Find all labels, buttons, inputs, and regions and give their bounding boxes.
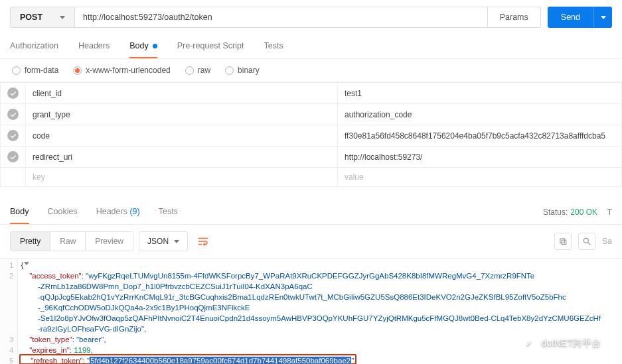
json-line: -ZRmLb1za86DW8Pmn_Dop7_h1l0PfrbvzcbCEZCS…	[21, 281, 619, 292]
table-row: client_id test1	[1, 83, 622, 104]
radio-binary-label: binary	[238, 66, 260, 75]
param-value[interactable]: test1	[338, 83, 622, 104]
chevron-down-icon	[174, 240, 179, 243]
check-icon[interactable]	[7, 151, 19, 162]
json-line-highlighted: "refresh_token": "5fd4b127f2634400b560e1…	[19, 354, 356, 364]
http-method-select[interactable]: POST	[10, 7, 75, 28]
send-dropdown-button[interactable]	[593, 7, 612, 28]
http-method-value: POST	[20, 13, 42, 22]
view-preview-button[interactable]: Preview	[86, 232, 133, 251]
json-line: "access_token": "wyFKgzRqeLTUMvgUn8155m-…	[21, 271, 619, 281]
svg-rect-0	[560, 239, 564, 243]
chevron-down-icon	[601, 16, 606, 19]
param-key[interactable]: redirect_uri	[26, 147, 338, 168]
check-icon[interactable]	[7, 88, 19, 99]
tab-tests[interactable]: Tests	[264, 34, 283, 58]
resp-headers-count: (9)	[129, 207, 139, 216]
body-params-table: client_id test1 grant_type authorization…	[0, 82, 622, 187]
radio-icon	[73, 66, 82, 75]
radio-icon	[225, 66, 234, 75]
tab-headers[interactable]: Headers	[78, 34, 110, 58]
resp-tab-body[interactable]: Body	[10, 200, 29, 224]
tab-authorization[interactable]: Authorization	[10, 34, 58, 58]
json-line: -ra9zIGyLOFhsaFVG-dIGnZijo",	[21, 324, 619, 334]
check-icon[interactable]	[7, 109, 19, 120]
radio-urlencoded[interactable]: x-www-form-urlencoded	[73, 66, 170, 75]
param-value[interactable]: authorization_code	[338, 104, 622, 125]
param-value-placeholder[interactable]: value	[338, 168, 622, 187]
format-select[interactable]: JSON	[139, 231, 188, 251]
param-value[interactable]: http://localhost:59273/	[338, 147, 622, 168]
time-abbrev: T	[607, 208, 612, 217]
send-button[interactable]: Send	[548, 7, 593, 28]
param-key-placeholder[interactable]: key	[26, 168, 338, 187]
view-pretty-button[interactable]: Pretty	[11, 232, 50, 251]
json-line: -Se1I2o8pYJvOfw3fOaqp5zQAFhPItNvnoiC2T4E…	[21, 313, 619, 324]
tab-prerequest[interactable]: Pre-request Script	[177, 34, 244, 58]
param-value[interactable]: ff30e81a56fd458c8648f1756204e4ba05f7b9c5…	[338, 125, 622, 147]
chevron-down-icon	[60, 16, 65, 19]
view-mode-segment: Pretty Raw Preview	[10, 231, 133, 251]
resp-tab-headers[interactable]: Headers (9)	[96, 200, 140, 224]
save-response-label[interactable]: Sa	[602, 237, 612, 246]
param-key[interactable]: grant_type	[26, 104, 338, 125]
wrap-lines-icon[interactable]	[193, 231, 213, 251]
params-button[interactable]: Params	[488, 7, 541, 28]
watermark-text: dotNET跨平台	[542, 337, 601, 349]
watermark: ✓ dotNET跨平台	[522, 336, 601, 351]
selected-text: 5fd4b127f2634400b560e18a9759ac00fc674d1d…	[90, 357, 351, 364]
radio-form-data[interactable]: form-data	[12, 66, 58, 75]
radio-raw[interactable]: raw	[185, 66, 210, 75]
radio-icon	[185, 66, 194, 75]
table-row-new: key value	[1, 168, 622, 187]
line-gutter: 1 2 3 4 5	[0, 259, 18, 364]
svg-rect-1	[562, 240, 566, 244]
view-raw-button[interactable]: Raw	[50, 232, 86, 251]
wechat-icon: ✓	[522, 336, 536, 351]
radio-raw-label: raw	[198, 66, 210, 75]
check-icon[interactable]	[7, 130, 19, 141]
resp-tab-tests[interactable]: Tests	[159, 200, 178, 224]
table-row: redirect_uri http://localhost:59273/	[1, 147, 622, 168]
param-key[interactable]: client_id	[26, 83, 338, 104]
json-line: -qQJpJcg5Ekab2hQ1vYzRrrKnCMqL91r_3tcBGCu…	[21, 292, 619, 302]
copy-icon[interactable]	[554, 233, 572, 250]
search-icon[interactable]	[578, 233, 595, 250]
radio-urlencoded-label: x-www-form-urlencoded	[86, 66, 170, 75]
response-status: Status: 200 OK T	[543, 208, 612, 217]
table-row: grant_type authorization_code	[1, 104, 622, 125]
resp-tab-headers-label: Headers	[96, 207, 127, 216]
resp-tab-cookies[interactable]: Cookies	[48, 200, 78, 224]
radio-icon	[12, 66, 21, 75]
param-key[interactable]: code	[26, 125, 338, 147]
tab-body-label: Body	[129, 41, 149, 50]
radio-binary[interactable]: binary	[225, 66, 260, 75]
svg-point-2	[584, 238, 589, 243]
svg-line-3	[588, 243, 591, 245]
json-line: -_96KqfCchODW5oDJkQQa4a-2x9c1By1PHoqQjmE…	[21, 302, 619, 313]
format-value: JSON	[147, 237, 169, 246]
modified-dot-icon	[153, 44, 157, 48]
table-row: code ff30e81a56fd458c8648f1756204e4ba05f…	[1, 125, 622, 147]
json-line: {	[21, 260, 619, 271]
url-input[interactable]	[75, 7, 488, 28]
status-label: Status:	[543, 208, 568, 217]
tab-body[interactable]: Body	[129, 34, 157, 58]
radio-form-data-label: form-data	[25, 66, 58, 75]
status-value: 200 OK	[570, 208, 597, 217]
